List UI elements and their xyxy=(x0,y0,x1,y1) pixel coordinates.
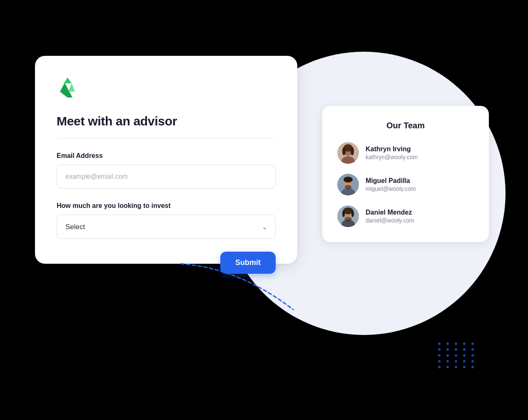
form-card: Meet with an advisor Email Address How m… xyxy=(35,56,297,264)
member-name-3: Daniel Mendez xyxy=(366,209,414,216)
member-email-3: daniel@wooly.com xyxy=(366,217,414,224)
svg-point-17 xyxy=(344,217,352,221)
avatar-daniel xyxy=(337,205,359,227)
form-divider xyxy=(57,138,276,139)
avatar-kathryn xyxy=(337,142,359,164)
email-label: Email Address xyxy=(57,152,276,160)
avatar-miguel xyxy=(337,174,359,195)
dots-decoration xyxy=(438,342,476,368)
form-title: Meet with an advisor xyxy=(57,114,276,128)
team-member-3: Daniel Mendez daniel@wooly.com xyxy=(337,205,474,227)
svg-point-10 xyxy=(345,185,351,189)
svg-point-15 xyxy=(342,210,345,217)
team-title: Our Team xyxy=(337,121,474,130)
member-info-miguel: Miguel Padilla miguel@wooly.com xyxy=(366,177,416,192)
svg-point-4 xyxy=(342,147,346,155)
member-info-kathryn: Kathryn Irving kathryn@wooly.com xyxy=(366,145,418,160)
logo xyxy=(57,76,276,101)
team-card: Our Team Kathryn Irving kathryn@wooly.co… xyxy=(322,106,489,242)
team-member-1: Kathryn Irving kathryn@wooly.com xyxy=(337,142,474,164)
member-email-1: kathryn@wooly.com xyxy=(366,154,418,160)
team-member-2: Miguel Padilla miguel@wooly.com xyxy=(337,174,474,195)
select-wrapper: Select $10,000 - $50,000 $50,000 - $100,… xyxy=(57,215,276,239)
member-name-1: Kathryn Irving xyxy=(366,145,418,153)
member-name-2: Miguel Padilla xyxy=(366,177,416,185)
scene: Meet with an advisor Email Address How m… xyxy=(35,31,493,389)
invest-label: How much are you looking to invest xyxy=(57,202,276,210)
svg-point-5 xyxy=(351,147,354,155)
member-email-2: miguel@wooly.com xyxy=(366,185,416,192)
svg-point-9 xyxy=(344,177,353,182)
submit-button[interactable]: Submit xyxy=(220,252,276,274)
member-info-daniel: Daniel Mendez daniel@wooly.com xyxy=(366,209,414,224)
svg-point-16 xyxy=(351,210,354,217)
email-input[interactable] xyxy=(57,165,276,189)
invest-select[interactable]: Select $10,000 - $50,000 $50,000 - $100,… xyxy=(57,215,276,239)
